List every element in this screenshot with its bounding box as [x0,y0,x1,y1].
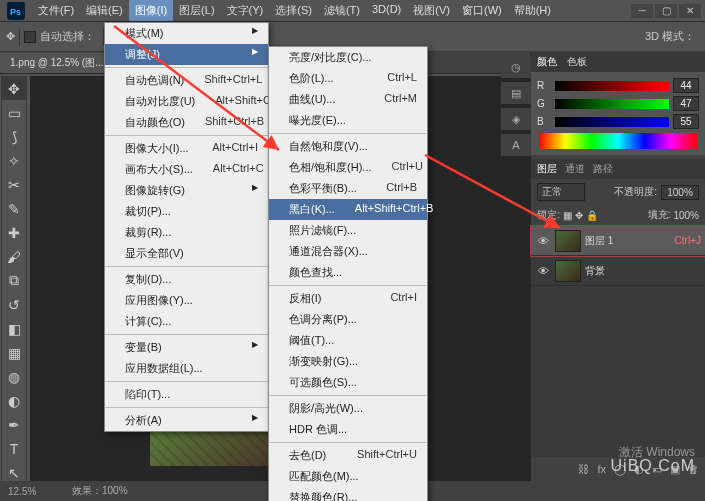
window-minimize[interactable]: ─ [631,4,653,18]
opacity-input[interactable]: 100% [661,185,699,200]
adj-curves[interactable]: 曲线(U)...Ctrl+M [269,89,427,110]
b-value[interactable]: 55 [673,114,699,129]
blur-tool[interactable]: ◍ [2,365,26,388]
adj-color-balance[interactable]: 色彩平衡(B)...Ctrl+B [269,178,427,199]
zoom-value[interactable]: 12.5% [8,486,58,497]
layer-row[interactable]: 👁 背景 [531,256,705,286]
layer-thumb[interactable] [555,260,581,282]
link-icon[interactable]: ⛓ [578,463,589,475]
adj-threshold[interactable]: 阈值(T)... [269,330,427,351]
visibility-icon[interactable]: 👁 [535,235,551,247]
actions-icon[interactable]: ▤ [501,82,531,104]
blend-mode-select[interactable]: 正常 [537,183,585,201]
mi-mode[interactable]: 模式(M) [105,23,268,44]
wand-tool[interactable]: ✧ [2,149,26,172]
visibility-icon[interactable]: 👁 [535,265,551,277]
eraser-tool[interactable]: ◧ [2,317,26,340]
mi-reveal-all[interactable]: 显示全部(V) [105,243,268,264]
mi-trim[interactable]: 裁剪(R)... [105,222,268,243]
eyedropper-tool[interactable]: ✎ [2,197,26,220]
b-slider[interactable] [555,117,669,127]
spectrum-strip[interactable] [539,133,697,149]
mi-auto-color[interactable]: 自动颜色(O)Shift+Ctrl+B [105,112,268,133]
fill-input[interactable]: 100% [673,210,699,221]
mi-adjustments[interactable]: 调整(J) [105,44,268,65]
menu-edit[interactable]: 编辑(E) [80,0,129,21]
window-close[interactable]: ✕ [679,4,701,18]
mi-duplicate[interactable]: 复制(D)... [105,269,268,290]
adj-brightness[interactable]: 亮度/对比度(C)... [269,47,427,68]
mi-calculations[interactable]: 计算(C)... [105,311,268,332]
menu-file[interactable]: 文件(F) [32,0,80,21]
adj-shadows[interactable]: 阴影/高光(W)... [269,398,427,419]
mi-canvas-size[interactable]: 画布大小(S)...Alt+Ctrl+C [105,159,268,180]
fx-icon[interactable]: fx [597,463,606,475]
tab-color[interactable]: 颜色 [537,55,557,69]
adj-color-lookup[interactable]: 颜色查找... [269,262,427,283]
adj-invert[interactable]: 反相(I)Ctrl+I [269,288,427,309]
mi-variables[interactable]: 变量(B) [105,337,268,358]
dodge-tool[interactable]: ◐ [2,389,26,412]
pen-tool[interactable]: ✒ [2,413,26,436]
adj-bw[interactable]: 黑白(K)...Alt+Shift+Ctrl+B [269,199,427,220]
properties-icon[interactable]: ◈ [501,108,531,130]
adj-gradient-map[interactable]: 渐变映射(G)... [269,351,427,372]
g-value[interactable]: 47 [673,96,699,111]
adj-hdr[interactable]: HDR 色调... [269,419,427,440]
mi-analysis[interactable]: 分析(A) [105,410,268,431]
tab-layers[interactable]: 图层 [537,162,557,176]
adj-exposure[interactable]: 曝光度(E)... [269,110,427,131]
menu-select[interactable]: 选择(S) [269,0,318,21]
mi-image-size[interactable]: 图像大小(I)...Alt+Ctrl+I [105,138,268,159]
adj-channel-mixer[interactable]: 通道混合器(X)... [269,241,427,262]
adj-hue[interactable]: 色相/饱和度(H)...Ctrl+U [269,157,427,178]
lock-pixels-icon[interactable]: ▦ [563,210,572,221]
stamp-tool[interactable]: ⧉ [2,269,26,292]
gradient-tool[interactable]: ▦ [2,341,26,364]
mi-crop[interactable]: 裁切(P)... [105,201,268,222]
mi-apply-image[interactable]: 应用图像(Y)... [105,290,268,311]
lock-all-icon[interactable]: 🔒 [586,210,598,221]
menu-layer[interactable]: 图层(L) [173,0,220,21]
move-tool[interactable]: ✥ [2,77,26,100]
window-maximize[interactable]: ▢ [655,4,677,18]
mi-image-rotation[interactable]: 图像旋转(G) [105,180,268,201]
menu-help[interactable]: 帮助(H) [508,0,557,21]
crop-tool[interactable]: ✂ [2,173,26,196]
mi-apply-data[interactable]: 应用数据组(L)... [105,358,268,379]
menu-3d[interactable]: 3D(D) [366,0,407,21]
type-tool[interactable]: T [2,437,26,460]
layer-name[interactable]: 图层 1 [585,234,671,248]
menu-filter[interactable]: 滤镜(T) [318,0,366,21]
lasso-tool[interactable]: ⟆ [2,125,26,148]
lock-position-icon[interactable]: ✥ [575,210,583,221]
brush-tool[interactable]: 🖌 [2,245,26,268]
g-slider[interactable] [555,99,669,109]
adj-replace-color[interactable]: 替换颜色(R)... [269,487,427,501]
adj-match-color[interactable]: 匹配颜色(M)... [269,466,427,487]
auto-select-checkbox[interactable] [24,31,36,43]
tab-channels[interactable]: 通道 [565,162,585,176]
adj-levels[interactable]: 色阶(L)...Ctrl+L [269,68,427,89]
adj-desaturate[interactable]: 去色(D)Shift+Ctrl+U [269,445,427,466]
document-tab[interactable]: 1.png @ 12.5% (图... [0,53,114,73]
layer-row[interactable]: 👁 图层 1 Ctrl+J [531,226,705,256]
tab-swatches[interactable]: 色板 [567,55,587,69]
menu-view[interactable]: 视图(V) [407,0,456,21]
tab-paths[interactable]: 路径 [593,162,613,176]
adj-posterize[interactable]: 色调分离(P)... [269,309,427,330]
heal-tool[interactable]: ✚ [2,221,26,244]
layer-name[interactable]: 背景 [585,264,701,278]
menu-window[interactable]: 窗口(W) [456,0,508,21]
r-slider[interactable] [555,81,669,91]
adj-photo-filter[interactable]: 照片滤镜(F)... [269,220,427,241]
char-icon[interactable]: A [501,134,531,156]
mi-auto-tone[interactable]: 自动色调(N)Shift+Ctrl+L [105,70,268,91]
r-value[interactable]: 44 [673,78,699,93]
mi-auto-contrast[interactable]: 自动对比度(U)Alt+Shift+Ctrl+L [105,91,268,112]
layer-thumb[interactable] [555,230,581,252]
history-brush[interactable]: ↺ [2,293,26,316]
menu-type[interactable]: 文字(Y) [221,0,270,21]
adj-vibrance[interactable]: 自然饱和度(V)... [269,136,427,157]
history-icon[interactable]: ◷ [501,56,531,78]
